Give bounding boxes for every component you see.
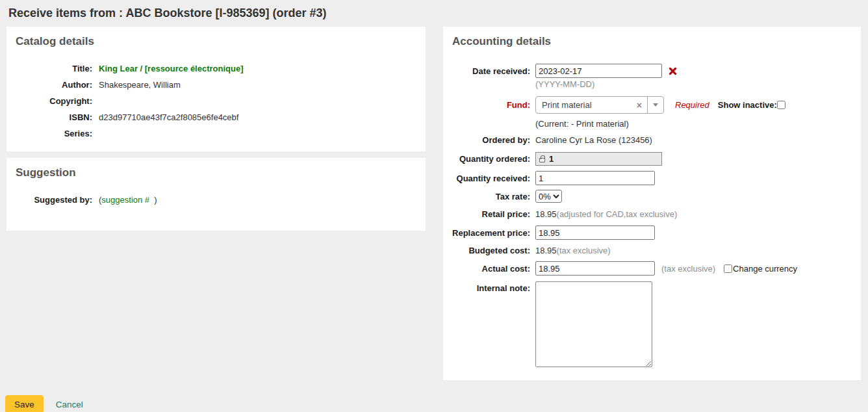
fund-select[interactable]: Print material × [535, 96, 664, 114]
ordered-by-label: Ordered by: [452, 135, 530, 145]
internal-note-row: Internal note: [452, 281, 852, 367]
accounting-details-panel: Accounting details Date received: (YYYY-… [443, 27, 861, 380]
form-actions: Save Cancel [5, 395, 868, 412]
suggested-by-row: Suggested by: (suggestion # ) [16, 195, 416, 205]
tax-rate-label: Tax rate: [452, 192, 530, 201]
date-received-input[interactable] [535, 64, 662, 78]
fund-current-hint-row: (Current: - Print material) [452, 119, 852, 129]
quantity-received-row: Quantity received: [452, 171, 852, 185]
actual-cost-hint: (tax exclusive) [661, 264, 715, 274]
title-row: Title: King Lear / [ressource électroniq… [16, 64, 416, 73]
actual-cost-input[interactable] [535, 261, 655, 276]
replacement-price-row: Replacement price: [452, 225, 852, 240]
actual-cost-row: Actual cost: (tax exclusive) Change curr… [452, 261, 852, 276]
fund-row: Fund: Print material × Required Show ina… [452, 96, 852, 114]
quantity-ordered-label: Quantity ordered: [452, 154, 530, 164]
author-label: Author: [16, 80, 92, 90]
series-label: Series: [16, 129, 92, 138]
fund-label: Fund: [452, 100, 530, 110]
fund-clear-icon[interactable]: × [632, 100, 647, 110]
fund-current-hint: (Current: - Print material) [535, 119, 629, 129]
quantity-ordered-input: 1 [535, 152, 662, 166]
series-row: Series: [16, 129, 416, 138]
fund-selected-value: Print material [536, 100, 632, 110]
catalog-details-panel: Catalog details Title: King Lear / [ress… [6, 27, 426, 151]
retail-price-value: 18.95 [535, 209, 557, 219]
content-columns: Catalog details Title: King Lear / [ress… [0, 27, 868, 380]
title-label: Title: [16, 64, 92, 73]
replacement-price-input[interactable] [535, 225, 655, 240]
date-received-row: Date received: [452, 64, 852, 78]
retail-price-hint: (adjusted for CAD,tax exclusive) [557, 209, 678, 219]
ordered-by-value: Caroline Cyr La Rose (123456) [535, 135, 652, 145]
budgeted-cost-row: Budgeted cost: 18.95(tax exclusive) [452, 246, 852, 255]
tax-rate-row: Tax rate: 0% [452, 190, 852, 203]
suggested-by-label: Suggested by: [16, 195, 92, 205]
fund-dropdown-arrow-icon[interactable] [647, 97, 663, 113]
copyright-label: Copyright: [16, 96, 92, 106]
show-inactive-label: Show inactive: [718, 100, 777, 110]
budgeted-cost-hint: (tax exclusive) [557, 246, 611, 255]
isbn-value: d23d97710ae43f7ca2f8085e6fe4cebf [99, 112, 238, 122]
retail-price-row: Retail price: 18.95(adjusted for CAD,tax… [452, 209, 852, 219]
lock-icon [539, 158, 545, 162]
left-column: Catalog details Title: King Lear / [ress… [6, 27, 426, 231]
internal-note-label: Internal note: [452, 283, 530, 293]
title-link[interactable]: King Lear / [ressource électronique] [99, 64, 244, 73]
copyright-row: Copyright: [16, 96, 416, 106]
date-format-hint-row: (YYYY-MM-DD) [452, 79, 852, 89]
clear-date-icon[interactable] [669, 67, 677, 75]
catalog-details-heading: Catalog details [16, 35, 416, 48]
suggestion-link[interactable]: suggestion # [101, 195, 149, 205]
author-value: Shakespeare, William [99, 80, 181, 90]
budgeted-cost-label: Budgeted cost: [452, 246, 530, 255]
date-format-hint: (YYYY-MM-DD) [535, 79, 594, 89]
internal-note-textarea[interactable] [535, 281, 652, 367]
quantity-ordered-row: Quantity ordered: 1 [452, 152, 852, 166]
date-received-label: Date received: [452, 66, 530, 76]
replacement-price-label: Replacement price: [452, 228, 530, 238]
cancel-link[interactable]: Cancel [56, 400, 83, 409]
isbn-row: ISBN: d23d97710ae43f7ca2f8085e6fe4cebf [16, 112, 416, 122]
suggestion-paren-close: ) [154, 195, 157, 205]
isbn-label: ISBN: [16, 112, 92, 122]
quantity-received-label: Quantity received: [452, 174, 530, 183]
actual-cost-label: Actual cost: [452, 264, 530, 274]
show-inactive-checkbox[interactable] [777, 101, 785, 109]
suggestion-heading: Suggestion [16, 166, 416, 179]
suggestion-value: (suggestion # ) [99, 195, 157, 205]
save-button[interactable]: Save [5, 395, 44, 412]
quantity-ordered-value: 1 [549, 154, 554, 164]
tax-rate-select[interactable]: 0% [535, 190, 562, 203]
right-column: Accounting details Date received: (YYYY-… [443, 27, 861, 380]
change-currency-checkbox[interactable] [724, 264, 732, 273]
retail-price-label: Retail price: [452, 209, 530, 219]
change-currency-label: Change currency [733, 264, 797, 274]
page-title: Receive items from : ABC Bookstore [I-98… [8, 6, 868, 20]
author-row: Author: Shakespeare, William [16, 80, 416, 90]
fund-required-note: Required [675, 100, 709, 110]
budgeted-cost-value: 18.95 [535, 246, 557, 255]
ordered-by-row: Ordered by: Caroline Cyr La Rose (123456… [452, 135, 852, 145]
quantity-received-input[interactable] [535, 171, 655, 185]
suggestion-panel: Suggestion Suggested by: (suggestion # ) [6, 158, 426, 231]
accounting-details-heading: Accounting details [452, 35, 852, 48]
